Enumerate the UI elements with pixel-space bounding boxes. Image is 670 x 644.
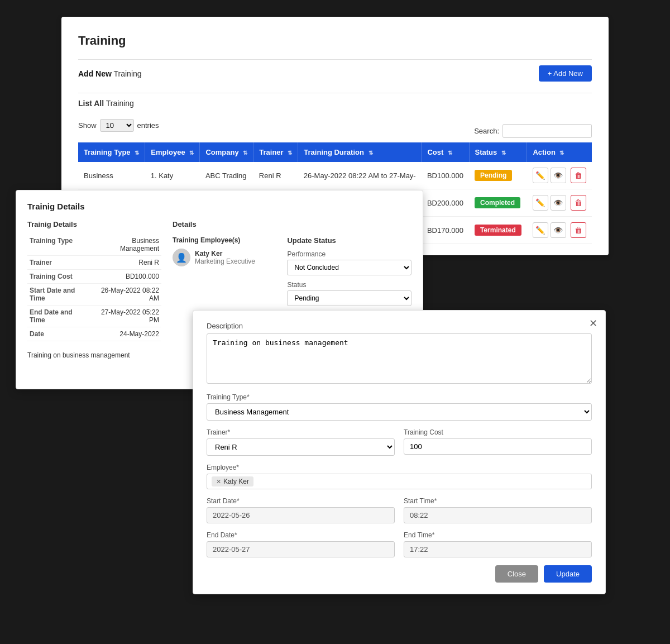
detail-field-label: Training Type	[27, 234, 89, 256]
employee-tag-input[interactable]: ✕ Katy Ker	[207, 474, 592, 489]
sort-icon-cost: ⇅	[448, 150, 452, 156]
col-cost[interactable]: Cost ⇅	[422, 142, 469, 162]
view-button[interactable]: 👁️	[551, 168, 566, 183]
edit-button[interactable]: ✏️	[533, 168, 548, 183]
employee-name: Katy Ker	[195, 250, 255, 257]
training-type-row: Training Type* Business Management	[207, 393, 592, 421]
sort-icon-employee: ⇅	[189, 150, 194, 156]
end-date-label: End Date*	[207, 531, 395, 539]
cell-cost: BD200.000	[422, 189, 469, 217]
detail-field-row: End Date and Time 27-May-2022 05:22 PM	[27, 306, 161, 327]
col-company[interactable]: Company ⇅	[200, 142, 253, 162]
table-header-row: Training Type ⇅ Employee ⇅ Company ⇅ Tra…	[78, 142, 592, 162]
performance-label: Performance	[287, 250, 411, 258]
col-status[interactable]: Status ⇅	[469, 142, 527, 162]
end-time-group: End Time*	[404, 531, 592, 557]
entries-label: entries	[137, 121, 159, 130]
action-buttons: ✏️ 👁️ 🗑	[533, 168, 586, 183]
employee-row: Employee* ✕ Katy Ker	[207, 464, 592, 489]
employee-role: Marketing Executive	[195, 257, 255, 265]
detail-field-row: Trainer Reni R	[27, 256, 161, 270]
cell-employee: 1. Katy	[145, 162, 200, 189]
employee-info: Katy Ker Marketing Executive	[195, 250, 255, 265]
detail-field-row: Date 24-May-2022	[27, 327, 161, 341]
close-icon[interactable]: ✕	[589, 317, 597, 330]
sort-icon-action: ⇅	[559, 150, 564, 156]
end-date-input[interactable]	[207, 541, 395, 557]
cell-duration: 26-May-2022 08:22 AM to 27-May-	[298, 162, 422, 189]
training-type-group: Training Type* Business Management	[207, 393, 592, 421]
page-title: Training	[78, 34, 592, 48]
table-row: Business 1. Katy ABC Trading Reni R 26-M…	[78, 162, 592, 189]
col-action[interactable]: Action ⇅	[527, 142, 592, 162]
sort-icon-status: ⇅	[501, 150, 506, 156]
entries-select[interactable]: 10 25 50	[100, 119, 134, 132]
detail-field-label: End Date and Time	[27, 306, 89, 327]
cell-action: ✏️ 👁️ 🗑	[527, 189, 592, 217]
col-trainer[interactable]: Trainer ⇅	[253, 142, 298, 162]
col-duration[interactable]: Training Duration ⇅	[298, 142, 422, 162]
search-input[interactable]	[502, 124, 592, 138]
add-section-title: Add New Training	[78, 69, 142, 78]
col-training-type[interactable]: Training Type ⇅	[78, 142, 145, 162]
status-group: Status Pending Completed Terminated	[287, 281, 411, 306]
edit-modal: ✕ Description Training on business manag…	[193, 310, 606, 594]
training-type-select[interactable]: Business Management	[207, 403, 592, 421]
update-button[interactable]: Update	[544, 565, 592, 583]
employee-card: 👤 Katy Ker Marketing Executive	[173, 249, 276, 266]
performance-select[interactable]: Not Concluded Concluded	[287, 260, 411, 275]
view-button[interactable]: 👁️	[551, 222, 566, 238]
cell-status: Terminated	[469, 217, 527, 244]
status-badge: Terminated	[475, 225, 521, 236]
delete-button[interactable]: 🗑	[571, 168, 586, 183]
sort-icon-duration: ⇅	[368, 150, 373, 156]
start-time-input[interactable]	[404, 507, 592, 523]
detail-field-label: Date	[27, 327, 89, 341]
employee-label: Employee*	[207, 464, 592, 471]
close-button[interactable]: Close	[495, 565, 538, 583]
edit-button[interactable]: ✏️	[533, 222, 548, 238]
start-date-input[interactable]	[207, 507, 395, 523]
employee-tag: ✕ Katy Ker	[212, 476, 253, 486]
training-cost-input[interactable]	[404, 438, 592, 455]
cell-cost: BD170.000	[422, 217, 469, 244]
action-buttons: ✏️ 👁️ 🗑	[533, 195, 586, 211]
add-new-button[interactable]: + Add New	[539, 65, 592, 82]
detail-field-label: Start Date and Time	[27, 284, 89, 306]
detail-field-row: Start Date and Time 26-May-2022 08:22 AM	[27, 284, 161, 306]
list-section-bar: List All Training	[78, 93, 592, 116]
end-dates-row: End Date* End Time*	[207, 531, 592, 557]
detail-info-table: Training Type Business Management Traine…	[27, 234, 161, 341]
end-date-group: End Date*	[207, 531, 395, 557]
delete-button[interactable]: 🗑	[571, 195, 586, 211]
update-status-title: Update Status	[287, 236, 411, 245]
trainer-select[interactable]: Reni R	[207, 438, 395, 456]
avatar: 👤	[173, 249, 190, 266]
remove-tag-icon[interactable]: ✕	[216, 478, 221, 485]
employee-tag-name: Katy Ker	[223, 478, 249, 485]
cell-company: ABC Trading	[200, 162, 253, 189]
add-section-bar: Add New Training + Add New	[78, 59, 592, 87]
edit-button[interactable]: ✏️	[533, 195, 548, 211]
status-badge: Completed	[475, 197, 520, 208]
trainer-cost-row: Trainer* Reni R Training Cost	[207, 428, 592, 456]
delete-button[interactable]: 🗑	[571, 222, 586, 238]
sort-icon-company: ⇅	[243, 150, 247, 156]
status-badge: Pending	[475, 170, 512, 181]
detail-field-value: 27-May-2022 05:22 PM	[89, 306, 161, 327]
status-select[interactable]: Pending Completed Terminated	[287, 290, 411, 306]
cell-trainer: Reni R	[253, 162, 298, 189]
view-button[interactable]: 👁️	[551, 195, 566, 211]
detail-field-label: Training Cost	[27, 270, 89, 284]
col-employee[interactable]: Employee ⇅	[145, 142, 200, 162]
detail-field-value: BD100.000	[89, 270, 161, 284]
description-textarea[interactable]: Training on business management	[207, 333, 592, 384]
end-time-input[interactable]	[404, 541, 592, 557]
cell-action: ✏️ 👁️ 🗑	[527, 217, 592, 244]
detail-field-label: Trainer	[27, 256, 89, 270]
training-description-text: Training on business management	[27, 348, 161, 359]
training-employees-label: Training Employee(s)	[173, 236, 276, 244]
action-buttons: ✏️ 👁️ 🗑	[533, 222, 586, 238]
cell-action: ✏️ 👁️ 🗑	[527, 162, 592, 189]
training-cost-label: Training Cost	[404, 428, 592, 436]
